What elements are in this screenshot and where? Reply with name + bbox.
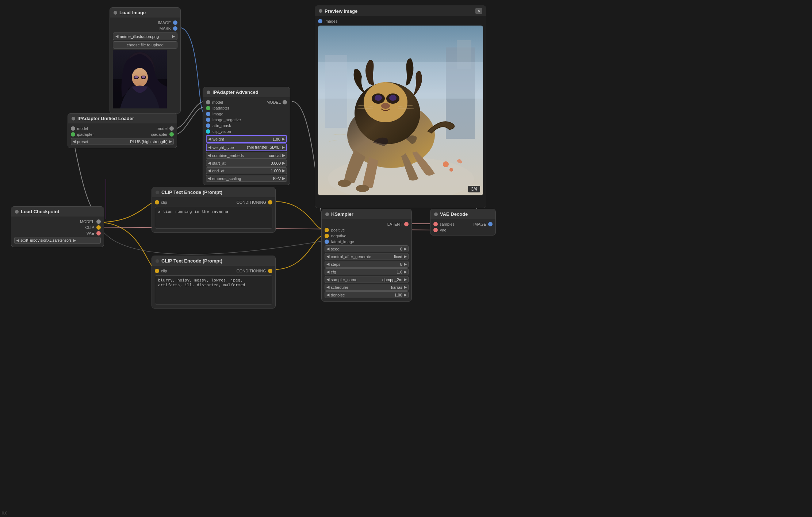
image-output-port[interactable] bbox=[488, 222, 493, 226]
node-title: CLIP Text Encode (Prompt) bbox=[161, 189, 222, 195]
load-checkpoint-body: MODEL CLIP VAE ◀ sdxl/TurboVisionXL.safe… bbox=[11, 217, 104, 247]
embeds-scaling-slider[interactable]: ◀ embeds_scaling K+V ▶ bbox=[206, 175, 287, 182]
clip-input-port[interactable] bbox=[155, 269, 159, 273]
sampler-name-slider[interactable]: ◀ sampler_name dpmpp_2m ▶ bbox=[325, 276, 409, 283]
end-right-arrow[interactable]: ▶ bbox=[282, 168, 285, 173]
clip-output-label: CLIP bbox=[85, 225, 94, 230]
latent-output-port[interactable] bbox=[404, 222, 409, 226]
model-output-label: model bbox=[157, 126, 168, 131]
weight-type-slider[interactable]: ◀ weight_type style transfer (SDXL) ▶ bbox=[206, 143, 287, 151]
end-at-slider[interactable]: ◀ end_at 1.000 ▶ bbox=[206, 167, 287, 174]
upload-button[interactable]: choose file to upload bbox=[113, 41, 177, 49]
model-output-port[interactable] bbox=[283, 100, 287, 104]
vae-input-port[interactable] bbox=[433, 228, 438, 232]
weight-slider[interactable]: ◀ weight 1.80 ▶ bbox=[206, 135, 287, 143]
preset-slider[interactable]: ◀ preset PLUS (high strength) ▶ bbox=[71, 138, 174, 145]
left-arrow[interactable]: ◀ bbox=[115, 34, 118, 39]
conditioning-output-port[interactable] bbox=[268, 200, 272, 204]
model-output-port[interactable] bbox=[169, 126, 174, 131]
weight-left-arrow[interactable]: ◀ bbox=[208, 137, 211, 141]
end-label: end_at bbox=[212, 169, 265, 173]
node-dot bbox=[434, 212, 438, 216]
ipadapter-input-port[interactable] bbox=[71, 132, 75, 137]
weight-type-right-arrow[interactable]: ▶ bbox=[282, 145, 285, 150]
weight-type-label: weight_type bbox=[212, 145, 245, 150]
svg-point-29 bbox=[443, 161, 449, 167]
filename: anime_illustration.png bbox=[120, 34, 171, 39]
ipadapter-advanced-node: IPAdapter Advanced model MODEL ipadapter… bbox=[203, 87, 290, 185]
image-preview bbox=[113, 50, 177, 110]
start-at-slider[interactable]: ◀ start_at 0.000 ▶ bbox=[206, 160, 287, 166]
node-dot bbox=[156, 259, 159, 263]
preset-right-arrow[interactable]: ▶ bbox=[169, 139, 172, 144]
node-dot bbox=[72, 117, 75, 120]
weight-type-left-arrow[interactable]: ◀ bbox=[208, 145, 211, 150]
clip-input-port[interactable] bbox=[155, 200, 159, 204]
negative-input-port[interactable] bbox=[325, 234, 329, 238]
attn-mask-port[interactable] bbox=[206, 123, 210, 128]
seed-slider[interactable]: ◀ seed 0 ▶ bbox=[325, 245, 409, 252]
ckpt-left-arrow[interactable]: ◀ bbox=[16, 238, 19, 243]
coordinates: 0.0 bbox=[2, 511, 7, 515]
negative-prompt-text[interactable]: blurry, noisy, messy, lowres, jpeg, arti… bbox=[155, 275, 272, 305]
samples-input-label: samples bbox=[440, 222, 455, 226]
steps-slider[interactable]: ◀ steps 8 ▶ bbox=[325, 261, 409, 268]
close-button[interactable]: × bbox=[475, 8, 482, 14]
load-image-body: IMAGE MASK ◀ anime_illustration.png ▶ ch… bbox=[110, 18, 180, 113]
ckpt-name-slider[interactable]: ◀ sdxl/TurboVisionXL.safetensors ▶ bbox=[14, 237, 101, 244]
samples-input-port[interactable] bbox=[433, 222, 438, 226]
end-left-arrow[interactable]: ◀ bbox=[208, 168, 211, 173]
svg-point-28 bbox=[356, 185, 369, 192]
cfg-slider[interactable]: ◀ cfg 1.6 ▶ bbox=[325, 268, 409, 275]
image-output-label: IMAGE bbox=[474, 222, 486, 226]
latent-output-label: LATENT bbox=[387, 222, 402, 226]
conditioning-output-port[interactable] bbox=[268, 269, 272, 273]
combine-left-arrow[interactable]: ◀ bbox=[208, 153, 211, 158]
start-right-arrow[interactable]: ▶ bbox=[282, 161, 285, 165]
embeds-left-arrow[interactable]: ◀ bbox=[208, 176, 211, 181]
mask-output-port[interactable] bbox=[173, 26, 177, 31]
embeds-value: K+V bbox=[266, 176, 281, 181]
ipadapter-port[interactable] bbox=[206, 106, 210, 110]
positive-label: positive bbox=[331, 228, 345, 232]
svg-point-27 bbox=[338, 180, 351, 187]
weight-right-arrow[interactable]: ▶ bbox=[282, 137, 285, 141]
embeds-right-arrow[interactable]: ▶ bbox=[282, 176, 285, 181]
model-output-port[interactable] bbox=[96, 219, 101, 224]
ckpt-right-arrow[interactable]: ▶ bbox=[73, 238, 76, 243]
clip-output-row: CLIP bbox=[14, 225, 101, 230]
load-checkpoint-header: Load Checkpoint bbox=[11, 207, 104, 217]
ipadapter-label: ipadapter bbox=[212, 106, 229, 110]
vae-output-port[interactable] bbox=[96, 231, 101, 235]
image-output-port[interactable] bbox=[173, 20, 177, 25]
node-dot bbox=[156, 191, 159, 194]
positive-prompt-text[interactable]: a lion running in the savanna bbox=[155, 207, 272, 229]
model-output-row: MODEL bbox=[14, 219, 101, 225]
status-bar: 0.0 bbox=[2, 511, 7, 515]
images-input-port[interactable] bbox=[318, 19, 322, 23]
denoise-slider[interactable]: ◀ denoise 1.00 ▶ bbox=[325, 291, 409, 298]
start-left-arrow[interactable]: ◀ bbox=[208, 161, 211, 165]
model-input-port[interactable] bbox=[71, 126, 75, 131]
ksampler-node: KSampler LATENT positive negative latent… bbox=[321, 209, 412, 302]
right-arrow[interactable]: ▶ bbox=[172, 34, 175, 39]
image-negative-port[interactable] bbox=[206, 118, 210, 122]
svg-point-20 bbox=[375, 95, 382, 101]
combine-value: concat bbox=[266, 153, 281, 158]
combine-right-arrow[interactable]: ▶ bbox=[282, 153, 285, 158]
node-dot bbox=[114, 11, 117, 15]
clip-vision-port[interactable] bbox=[206, 129, 210, 134]
latent-image-port[interactable] bbox=[325, 240, 329, 244]
preset-left-arrow[interactable]: ◀ bbox=[73, 139, 76, 144]
clip-output-port[interactable] bbox=[96, 225, 101, 230]
lion-preview-container: 3/4 bbox=[318, 26, 483, 195]
combine-embeds-slider[interactable]: ◀ combine_embeds concat ▶ bbox=[206, 152, 287, 159]
model-input-port[interactable] bbox=[206, 100, 210, 104]
scheduler-slider[interactable]: ◀ scheduler karras ▶ bbox=[325, 284, 409, 291]
control-after-generate-slider[interactable]: ◀ control_after_generate fixed ▶ bbox=[325, 253, 409, 260]
positive-input-port[interactable] bbox=[325, 228, 329, 232]
image-port[interactable] bbox=[206, 112, 210, 116]
ipadapter-output-port[interactable] bbox=[169, 132, 174, 137]
file-selector[interactable]: ◀ anime_illustration.png ▶ bbox=[113, 32, 177, 40]
weight-label: weight bbox=[212, 137, 264, 141]
